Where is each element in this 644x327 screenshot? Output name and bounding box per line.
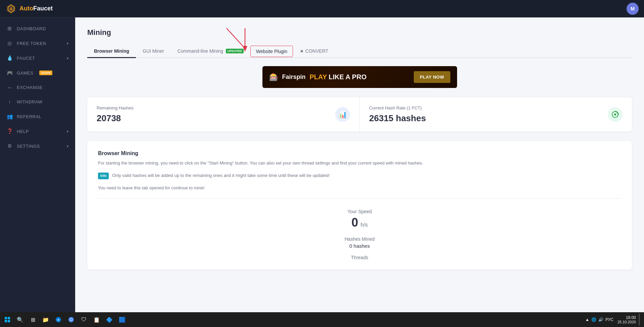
tab-gui-miner-label: GUI Miner — [143, 48, 164, 54]
sidebar-label-dashboard: DASHBOARD — [17, 26, 46, 31]
mining-card-title: Browser Mining — [98, 150, 621, 156]
banner-brand: Fairspin — [282, 74, 306, 81]
tab-website-plugin-label: Website Plugin — [256, 49, 287, 54]
svg-rect-8 — [5, 317, 7, 319]
dashboard-icon: ⊞ — [7, 26, 13, 32]
taskbar-clock: 16:00 25.10.2020 — [617, 315, 636, 324]
help-arrow-icon: ▾ — [67, 130, 69, 133]
taskbar-search-icon[interactable]: 🔍 — [14, 314, 26, 326]
taskbar-edge-icon[interactable]: e — [52, 314, 64, 326]
taskbar: 🔍 ⊞ 📁 e 🛡 📋 🔷 🟦 ▲ 🌐 🔊 РУС 16:00 25.10.20… — [0, 312, 644, 327]
volume-icon[interactable]: 🔊 — [598, 317, 603, 322]
tab-command-line-label: Command-line Mining — [178, 48, 223, 54]
divider — [98, 198, 621, 199]
network-icon: 🌐 — [591, 317, 596, 322]
hashes-mined-value: 0 hashes — [98, 243, 621, 249]
sidebar-label-referral: REFERRAL — [17, 114, 41, 119]
tab-convert[interactable]: ★ CONVERT — [293, 45, 335, 58]
free-token-arrow-icon: ▾ — [67, 42, 69, 45]
taskbar-app2-icon[interactable]: 🔷 — [103, 314, 115, 326]
systray: ▲ 🌐 🔊 РУС — [583, 317, 616, 322]
stat-hash-rate-value: 26315 hashes — [369, 113, 426, 124]
tabs: Browser Mining GUI Miner Command-line Mi… — [87, 45, 632, 58]
banner-play-button[interactable]: PLAY NOW — [414, 71, 450, 83]
banner-play-text: PLAY — [310, 73, 327, 81]
tab-command-line[interactable]: Command-line Mining UPDATED — [171, 45, 250, 58]
taskbar-right: ▲ 🌐 🔊 РУС 16:00 25.10.2020 — [583, 314, 643, 326]
info-badge: Info — [98, 173, 109, 179]
banner-left: 🎰 Fairspin PLAY LIKE A PRO — [269, 73, 367, 82]
taskbar-app3-icon[interactable]: 🟦 — [116, 314, 128, 326]
mining-card-description: For starting the browser mining, you nee… — [98, 160, 621, 167]
settings-icon: ⚙ — [7, 143, 13, 149]
stat-remaining-value: 20738 — [97, 113, 134, 124]
sidebar-label-withdraw: WITHDRAW — [17, 99, 42, 104]
hashes-section: Hashes Mined 0 hashes — [98, 233, 621, 252]
stat-remaining-label: Remaining Hashes — [97, 105, 134, 110]
taskbar-file-explorer-icon[interactable]: 📁 — [40, 314, 52, 326]
stat-card-remaining-hashes: Remaining Hashes 20738 📊 — [87, 97, 360, 132]
stat-hash-rate-label: Current Hash Rate (1 FCT) — [369, 105, 426, 110]
updated-badge: UPDATED — [226, 49, 244, 53]
sidebar-item-withdraw[interactable]: ↑ WITHDRAW — [0, 95, 75, 109]
faucet-arrow-icon: ▾ — [67, 56, 69, 60]
page-title: Mining — [87, 28, 632, 37]
speed-section: Your Speed 0 h/s — [98, 205, 621, 233]
svg-text:e: e — [57, 318, 59, 322]
svg-rect-9 — [8, 317, 10, 319]
sidebar-label-exchange: EXCHANGE — [17, 85, 43, 90]
games-icon: 🎮 — [7, 70, 13, 76]
taskbar-app1-icon[interactable]: 📋 — [91, 314, 103, 326]
banner-tagline: PLAY LIKE A PRO — [310, 73, 367, 81]
tab-browser-mining-label: Browser Mining — [94, 48, 129, 54]
taskbar-chrome-icon[interactable] — [65, 314, 77, 326]
withdraw-icon: ↑ — [7, 99, 13, 105]
banner-logo-icon: 🎰 — [269, 73, 278, 82]
svg-rect-11 — [8, 320, 10, 322]
speed-unit: h/s — [360, 222, 367, 228]
sidebar-item-free-token[interactable]: ◎ FREE TOKEN ▾ — [0, 36, 75, 50]
leave-note: You need to leave this tab opened for co… — [98, 185, 621, 192]
taskbar-security-icon[interactable]: 🛡 — [78, 314, 90, 326]
sidebar-item-exchange[interactable]: ↔ EXCHANGE — [0, 81, 75, 94]
sidebar-item-dashboard[interactable]: ⊞ DASHBOARD — [0, 21, 75, 36]
sidebar-label-settings: SETTINGS — [17, 144, 40, 149]
speed-label: Your Speed — [98, 209, 621, 214]
free-token-icon: ◎ — [7, 40, 13, 46]
start-button[interactable] — [1, 314, 13, 326]
taskbar-task-view-icon[interactable]: ⊞ — [27, 314, 39, 326]
sidebar-label-games: GAMES — [17, 71, 33, 76]
sidebar-item-faucet[interactable]: 💧 FAUCET ▾ — [0, 51, 75, 65]
logo-text: AutoFaucet — [19, 5, 53, 12]
sidebar-item-referral[interactable]: 👥 REFERRAL — [0, 109, 75, 124]
user-avatar[interactable]: M — [627, 3, 639, 15]
stat-remaining-info: Remaining Hashes 20738 — [97, 105, 134, 124]
svg-rect-10 — [5, 320, 7, 322]
stat-remaining-icon: 📊 — [335, 107, 350, 122]
threads-label: Threads — [98, 252, 621, 260]
sidebar: ⊞ DASHBOARD ◎ FREE TOKEN ▾ 💧 FAUCET ▾ 🎮 … — [0, 17, 75, 312]
sidebar-item-games[interactable]: 🎮 GAMES SOON — [0, 66, 75, 80]
games-badge: SOON — [39, 71, 52, 75]
main-layout: ⊞ DASHBOARD ◎ FREE TOKEN ▾ 💧 FAUCET ▾ 🎮 … — [0, 17, 644, 312]
sidebar-item-help[interactable]: ❓ HELP ▾ — [0, 124, 75, 138]
show-desktop-button[interactable] — [639, 314, 640, 326]
sidebar-item-settings[interactable]: ⚙ SETTINGS ▾ — [0, 139, 75, 153]
topbar: A AutoFaucet M — [0, 0, 644, 17]
tab-gui-miner[interactable]: GUI Miner — [136, 45, 171, 58]
speed-number: 0 — [351, 216, 358, 229]
referral-icon: 👥 — [7, 113, 13, 120]
tab-website-plugin[interactable]: Website Plugin — [250, 46, 293, 57]
systray-up-icon[interactable]: ▲ — [585, 317, 589, 322]
clock-date: 25.10.2020 — [617, 320, 636, 324]
tab-browser-mining[interactable]: Browser Mining — [87, 45, 136, 58]
banner: 🎰 Fairspin PLAY LIKE A PRO PLAY NOW — [262, 66, 457, 88]
svg-point-7 — [614, 113, 616, 115]
banner-tagline-rest: LIKE A PRO — [327, 73, 367, 81]
tabs-wrapper: Browser Mining GUI Miner Command-line Mi… — [87, 45, 632, 58]
mining-info-note: Info Only valid hashes will be added up … — [98, 172, 621, 179]
sidebar-label-free-token: FREE TOKEN — [17, 41, 46, 46]
svg-text:A: A — [10, 7, 13, 11]
stat-hash-rate-info: Current Hash Rate (1 FCT) 26315 hashes — [369, 105, 426, 124]
stat-card-hash-rate: Current Hash Rate (1 FCT) 26315 hashes — [360, 97, 632, 132]
